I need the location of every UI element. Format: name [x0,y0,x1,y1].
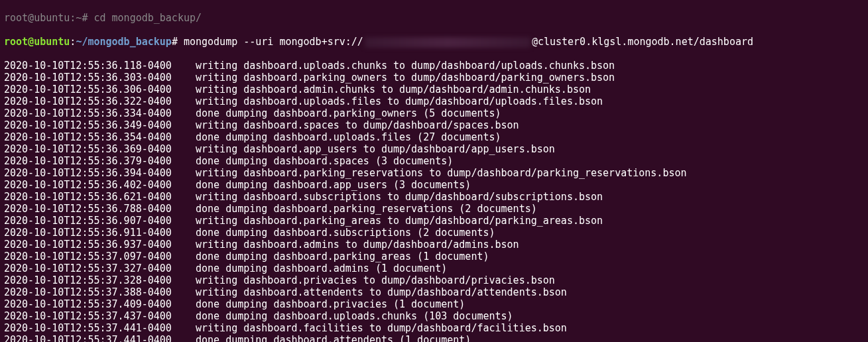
log-line: 2020-10-10T12:55:37.327-0400 done dumpin… [4,262,864,274]
log-line: 2020-10-10T12:55:36.354-0400 done dumpin… [4,131,864,143]
log-line: 2020-10-10T12:55:37.437-0400 done dumpin… [4,310,864,322]
log-line: 2020-10-10T12:55:37.388-0400 writing das… [4,286,864,298]
log-line: 2020-10-10T12:55:36.394-0400 writing das… [4,167,864,179]
log-line: 2020-10-10T12:55:36.402-0400 done dumpin… [4,179,864,191]
log-line: 2020-10-10T12:55:37.097-0400 done dumpin… [4,251,864,262]
terminal-window[interactable]: root@ubuntu:~# cd mongodb_backup/ root@u… [0,0,868,342]
log-line: 2020-10-10T12:55:36.937-0400 writing das… [4,239,864,251]
log-line: 2020-10-10T12:55:37.409-0400 done dumpin… [4,298,864,310]
log-line: 2020-10-10T12:55:36.621-0400 writing das… [4,191,864,203]
log-line: 2020-10-10T12:55:36.118-0400 writing das… [4,60,864,72]
log-line: 2020-10-10T12:55:36.303-0400 writing das… [4,72,864,84]
prompt-userhost: root@ubuntu [4,36,70,48]
command-post: @cluster0.klgsl.mongodb.net/dashboard [532,36,753,48]
prompt-hash: # [172,36,178,48]
log-line: 2020-10-10T12:55:37.328-0400 writing das… [4,274,864,286]
command-pre: mongodump --uri mongodb+srv:// [178,36,363,48]
log-line: 2020-10-10T12:55:36.306-0400 writing das… [4,84,864,95]
log-line: 2020-10-10T12:55:37.441-0400 writing das… [4,322,864,334]
log-line: 2020-10-10T12:55:36.322-0400 writing das… [4,95,864,107]
prompt-path: ~/mongodb_backup [76,36,172,48]
command-line-1: root@ubuntu:~/mongodb_backup# mongodump … [4,36,864,48]
log-line: 2020-10-10T12:55:36.334-0400 done dumpin… [4,107,864,119]
truncated-prev-line: root@ubuntu:~# cd mongodb_backup/ [4,12,864,24]
log-line: 2020-10-10T12:55:36.911-0400 done dumpin… [4,227,864,239]
log-line: 2020-10-10T12:55:36.349-0400 writing das… [4,119,864,131]
log-output: 2020-10-10T12:55:36.118-0400 writing das… [4,60,864,342]
log-line: 2020-10-10T12:55:36.907-0400 writing das… [4,215,864,227]
log-line: 2020-10-10T12:55:36.788-0400 done dumpin… [4,203,864,215]
redacted-credentials [365,37,530,48]
log-line: 2020-10-10T12:55:36.379-0400 done dumpin… [4,155,864,167]
log-line: 2020-10-10T12:55:36.369-0400 writing das… [4,143,864,155]
log-line: 2020-10-10T12:55:37.441-0400 done dumpin… [4,334,864,342]
